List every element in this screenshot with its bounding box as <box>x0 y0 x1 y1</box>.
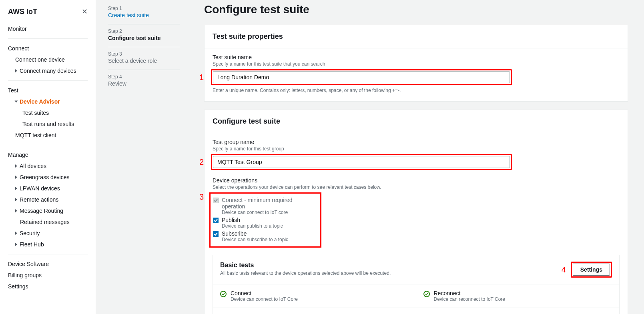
group-name-input[interactable] <box>213 156 510 168</box>
sidebar-item-device-advisor[interactable]: Device Advisor <box>8 96 88 107</box>
caret-right-icon <box>15 69 17 72</box>
basic-tests-subtitle: All basic tests relevant to the device o… <box>220 270 391 276</box>
suite-name-helper: Specify a name for this test suite that … <box>213 61 620 67</box>
test-title: Reconnect <box>434 290 506 296</box>
checkbox-connect: Connect - minimum required operation Dev… <box>213 197 316 215</box>
sidebar-item-label: Connect many devices <box>20 68 76 74</box>
sidebar-item-lpwan[interactable]: LPWAN devices <box>8 183 88 194</box>
step-number: Step 4 <box>108 74 180 80</box>
sidebar-heading-connect: Connect <box>8 43 88 54</box>
checkbox-desc: Device can subscribe to a topic <box>222 237 288 242</box>
checkbox-icon <box>213 231 219 237</box>
basic-tests-panel: Basic tests All basic tests relevant to … <box>213 255 620 314</box>
step-title: Create test suite <box>108 12 180 18</box>
checkbox-icon <box>213 198 219 203</box>
main-content: Configure test suite Test suite properti… <box>188 0 644 314</box>
annotation-number-3: 3 <box>198 192 204 202</box>
sidebar-item-security[interactable]: Security <box>8 228 88 239</box>
caret-right-icon <box>15 198 17 201</box>
caret-right-icon <box>15 187 17 190</box>
device-operations-label: Device operations <box>213 177 620 184</box>
test-subscribe: SubscribeDevice can subscribe to topics <box>416 308 620 314</box>
sidebar-item-routing[interactable]: Message Routing <box>8 205 88 216</box>
group-name-helper: Specify a name for this test group <box>213 146 620 152</box>
checkbox-label: Subscribe <box>222 230 288 237</box>
caret-right-icon <box>15 232 17 235</box>
step-number: Step 3 <box>108 51 180 57</box>
basic-tests-grid: ConnectDevice can connect to IoT Core Re… <box>213 284 619 314</box>
divider <box>8 145 88 145</box>
sidebar-item-remote[interactable]: Remote actions <box>8 194 88 205</box>
sidebar-item-label: Device Advisor <box>20 98 60 105</box>
sidebar-item-label: Message Routing <box>20 208 63 214</box>
checkbox-label: Connect - minimum required operation <box>222 197 316 210</box>
sidebar-item-settings[interactable]: Settings <box>8 281 88 292</box>
close-icon[interactable]: ✕ <box>82 7 88 16</box>
step-4: Step 4 Review <box>108 70 180 92</box>
suite-name-input[interactable] <box>213 71 510 83</box>
check-circle-icon <box>423 291 430 297</box>
test-publish: PublishDevice can publish to topics <box>213 308 416 314</box>
step-3: Step 3 Select a device role <box>108 47 180 70</box>
sidebar-item-connect-one[interactable]: Connect one device <box>8 54 88 65</box>
sidebar-item-retained[interactable]: Retained messages <box>8 216 88 228</box>
sidebar-item-label: All devices <box>20 163 46 169</box>
sidebar-item-greengrass[interactable]: Greengrass devices <box>8 172 88 183</box>
caret-right-icon <box>15 209 17 212</box>
sidebar-item-test-suites[interactable]: Test suites <box>8 107 88 118</box>
sidebar-item-connect-many[interactable]: Connect many devices <box>8 65 88 76</box>
annotation-number-2: 2 <box>198 158 204 167</box>
sidebar-item-fleethub[interactable]: Fleet Hub <box>8 239 88 250</box>
annotation-box-2 <box>211 154 512 170</box>
basic-tests-title: Basic tests <box>220 262 391 269</box>
caret-right-icon <box>15 243 17 246</box>
device-operations-helper: Select the operations your device can pe… <box>213 184 620 190</box>
sidebar-heading-manage: Manage <box>8 149 88 160</box>
test-desc: Device can connect to IoT Core <box>231 296 298 302</box>
sidebar-title: AWS IoT <box>8 8 37 16</box>
checkbox-desc: Device can publish to a topic <box>222 223 283 229</box>
panel-title: Configure test suite <box>213 117 620 126</box>
wizard-steps: Step 1 Create test suite Step 2 Configur… <box>96 0 188 314</box>
panel-title: Test suite properties <box>213 32 620 41</box>
sidebar-item-label: Greengrass devices <box>20 174 70 180</box>
sidebar: AWS IoT ✕ Monitor Connect Connect one de… <box>0 0 96 314</box>
step-2: Step 2 Configure test suite <box>108 24 180 47</box>
suite-name-hint: Enter a unique name. Contains only: lett… <box>213 88 620 93</box>
annotation-box-4: Settings <box>571 262 612 278</box>
sidebar-item-device-software[interactable]: Device Software <box>8 258 88 270</box>
sidebar-item-label: Remote actions <box>20 196 58 203</box>
divider <box>8 254 88 254</box>
settings-button[interactable]: Settings <box>573 264 610 276</box>
checkbox-desc: Device can connect to IoT core <box>222 210 316 215</box>
sidebar-item-billing[interactable]: Billing groups <box>8 270 88 281</box>
caret-right-icon <box>15 176 17 179</box>
caret-right-icon <box>15 164 17 168</box>
test-reconnect: ReconnectDevice can reconnect to IoT Cor… <box>416 284 620 308</box>
step-number: Step 2 <box>108 28 180 34</box>
checkbox-subscribe[interactable]: Subscribe Device can subscribe to a topi… <box>213 230 316 242</box>
step-1[interactable]: Step 1 Create test suite <box>108 2 180 24</box>
sidebar-item-monitor[interactable]: Monitor <box>8 23 88 34</box>
step-title: Configure test suite <box>108 35 180 41</box>
sidebar-item-label: Fleet Hub <box>20 241 44 248</box>
sidebar-heading-test: Test <box>8 85 88 96</box>
test-desc: Device can reconnect to IoT Core <box>434 296 506 302</box>
sidebar-item-test-runs[interactable]: Test runs and results <box>8 118 88 130</box>
divider <box>8 38 88 39</box>
group-name-label: Test group name <box>213 139 620 145</box>
sidebar-item-mqtt-client[interactable]: MQTT test client <box>8 130 88 141</box>
sidebar-item-label: LPWAN devices <box>20 185 60 192</box>
step-title: Select a device role <box>108 58 180 64</box>
check-circle-icon <box>220 291 227 297</box>
test-connect: ConnectDevice can connect to IoT Core <box>213 284 416 308</box>
caret-down-icon <box>15 101 18 103</box>
panel-test-suite-properties: Test suite properties Test suite name Sp… <box>204 25 628 102</box>
page-title: Configure test suite <box>204 3 628 16</box>
sidebar-item-all-devices[interactable]: All devices <box>8 160 88 172</box>
checkbox-icon <box>213 218 219 223</box>
suite-name-label: Test suite name <box>213 54 620 60</box>
checkbox-publish[interactable]: Publish Device can publish to a topic <box>213 217 316 229</box>
annotation-box-3: Connect - minimum required operation Dev… <box>209 192 321 248</box>
checkbox-label: Publish <box>222 217 283 223</box>
